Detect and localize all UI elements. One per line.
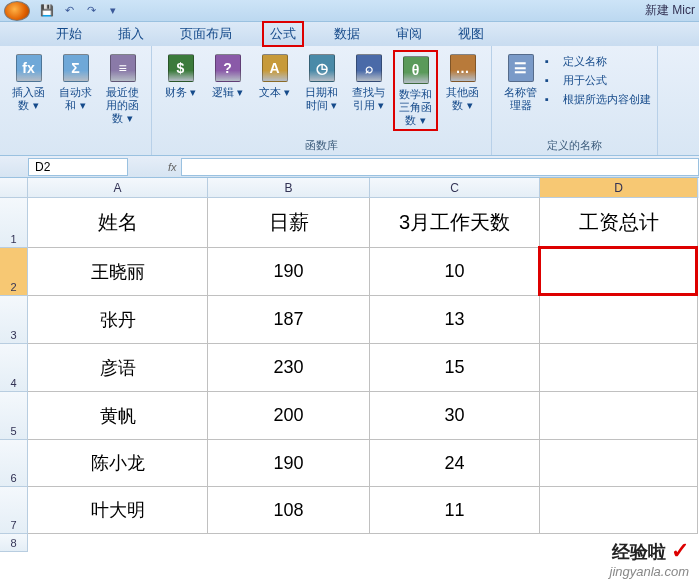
ribbon-btn-文本[interactable]: A文本 ▾	[252, 50, 297, 101]
cell-A6[interactable]: 陈小龙	[28, 440, 208, 487]
worksheet: ABCD12345678姓名日薪3月工作天数工资总计王晓丽19010张丹1871…	[0, 178, 699, 552]
tab-插入[interactable]: 插入	[112, 23, 150, 45]
ribbon-tabs: 开始插入页面布局公式数据审阅视图	[0, 22, 699, 46]
tab-视图[interactable]: 视图	[452, 23, 490, 45]
逻辑-icon: ?	[212, 52, 244, 84]
ribbon-btn-数学和三角函数[interactable]: θ数学和三角函数 ▾	[393, 50, 438, 131]
col-header-D[interactable]: D	[540, 178, 698, 198]
cell-C5[interactable]: 30	[370, 392, 540, 440]
formula-bar[interactable]	[181, 158, 699, 176]
row-header-1[interactable]: 1	[0, 198, 28, 248]
row-header-5[interactable]: 5	[0, 392, 28, 440]
cell-A2[interactable]: 王晓丽	[28, 248, 208, 296]
select-all-corner[interactable]	[0, 178, 28, 198]
row-header-8[interactable]: 8	[0, 534, 28, 552]
cell-B1[interactable]: 日薪	[208, 198, 370, 248]
undo-icon[interactable]: ↶	[60, 2, 78, 20]
ribbon-group-2: ☰名称管理器▪定义名称▪用于公式▪根据所选内容创建定义的名称	[492, 46, 658, 155]
tab-数据[interactable]: 数据	[328, 23, 366, 45]
ribbon-btn-自动求和[interactable]: Σ自动求和 ▾	[53, 50, 98, 114]
cell-C4[interactable]: 15	[370, 344, 540, 392]
tab-审阅[interactable]: 审阅	[390, 23, 428, 45]
cell-D4[interactable]	[540, 344, 698, 392]
office-button[interactable]	[4, 1, 30, 21]
ribbon-btn-查找与引用[interactable]: ⌕查找与引用 ▾	[346, 50, 391, 114]
cell-A3[interactable]: 张丹	[28, 296, 208, 344]
watermark: 经验啦 ✓ jingyanla.com	[610, 538, 690, 579]
window-title: 新建 Micr	[645, 2, 695, 19]
tab-公式[interactable]: 公式	[262, 21, 304, 47]
数学和三角函数-icon: θ	[400, 54, 432, 86]
row-header-3[interactable]: 3	[0, 296, 28, 344]
自动求和-icon: Σ	[60, 52, 92, 84]
ribbon-btn-逻辑[interactable]: ?逻辑 ▾	[205, 50, 250, 101]
日期和时间-icon: ◷	[306, 52, 338, 84]
ribbon-btn-财务[interactable]: $财务 ▾	[158, 50, 203, 101]
ribbon-small-定义名称[interactable]: ▪定义名称	[545, 54, 651, 69]
formula-bar-row: D2 fx	[0, 156, 699, 178]
fx-icon[interactable]: fx	[168, 161, 177, 173]
col-header-A[interactable]: A	[28, 178, 208, 198]
cell-C2[interactable]: 10	[370, 248, 540, 296]
其他函数-icon: …	[447, 52, 479, 84]
cell-C6[interactable]: 24	[370, 440, 540, 487]
最近使用的函数-icon: ≡	[107, 52, 139, 84]
cell-C7[interactable]: 11	[370, 487, 540, 534]
cell-B4[interactable]: 230	[208, 344, 370, 392]
ribbon-btn-其他函数[interactable]: …其他函数 ▾	[440, 50, 485, 114]
文本-icon: A	[259, 52, 291, 84]
name-box[interactable]: D2	[28, 158, 128, 176]
cell-C1[interactable]: 3月工作天数	[370, 198, 540, 248]
ribbon-group-0: fx插入函数 ▾Σ自动求和 ▾≡最近使用的函数 ▾	[0, 46, 152, 155]
name-manager-button[interactable]: ☰名称管理器	[498, 50, 543, 114]
cell-D5[interactable]	[540, 392, 698, 440]
ribbon-btn-插入函数[interactable]: fx插入函数 ▾	[6, 50, 51, 114]
row-header-2[interactable]: 2	[0, 248, 28, 296]
cell-D7[interactable]	[540, 487, 698, 534]
name-manager-icon: ☰	[505, 52, 537, 84]
cell-B3[interactable]: 187	[208, 296, 370, 344]
ribbon-group-1: $财务 ▾?逻辑 ▾A文本 ▾◷日期和时间 ▾⌕查找与引用 ▾θ数学和三角函数 …	[152, 46, 492, 155]
cell-B5[interactable]: 200	[208, 392, 370, 440]
cell-B6[interactable]: 190	[208, 440, 370, 487]
cell-A1[interactable]: 姓名	[28, 198, 208, 248]
cell-D2[interactable]	[540, 248, 698, 296]
row-header-6[interactable]: 6	[0, 440, 28, 487]
ribbon-btn-最近使用的函数[interactable]: ≡最近使用的函数 ▾	[100, 50, 145, 127]
财务-icon: $	[165, 52, 197, 84]
tab-页面布局[interactable]: 页面布局	[174, 23, 238, 45]
cell-B2[interactable]: 190	[208, 248, 370, 296]
col-header-B[interactable]: B	[208, 178, 370, 198]
redo-icon[interactable]: ↷	[82, 2, 100, 20]
cell-A5[interactable]: 黄帆	[28, 392, 208, 440]
row-header-4[interactable]: 4	[0, 344, 28, 392]
cell-A7[interactable]: 叶大明	[28, 487, 208, 534]
cell-D1[interactable]: 工资总计	[540, 198, 698, 248]
qat-dropdown-icon[interactable]: ▾	[104, 2, 122, 20]
cell-C3[interactable]: 13	[370, 296, 540, 344]
tab-开始[interactable]: 开始	[50, 23, 88, 45]
quick-access-toolbar: 💾 ↶ ↷ ▾	[4, 0, 124, 21]
插入函数-icon: fx	[13, 52, 45, 84]
cell-A4[interactable]: 彦语	[28, 344, 208, 392]
ribbon-small-用于公式[interactable]: ▪用于公式	[545, 73, 651, 88]
ribbon: fx插入函数 ▾Σ自动求和 ▾≡最近使用的函数 ▾$财务 ▾?逻辑 ▾A文本 ▾…	[0, 46, 699, 156]
titlebar: 💾 ↶ ↷ ▾ 新建 Micr	[0, 0, 699, 22]
cell-D3[interactable]	[540, 296, 698, 344]
ribbon-small-根据所选内容创建[interactable]: ▪根据所选内容创建	[545, 92, 651, 107]
ribbon-btn-日期和时间[interactable]: ◷日期和时间 ▾	[299, 50, 344, 114]
查找与引用-icon: ⌕	[353, 52, 385, 84]
save-icon[interactable]: 💾	[38, 2, 56, 20]
row-header-7[interactable]: 7	[0, 487, 28, 534]
cell-D6[interactable]	[540, 440, 698, 487]
col-header-C[interactable]: C	[370, 178, 540, 198]
cell-B7[interactable]: 108	[208, 487, 370, 534]
